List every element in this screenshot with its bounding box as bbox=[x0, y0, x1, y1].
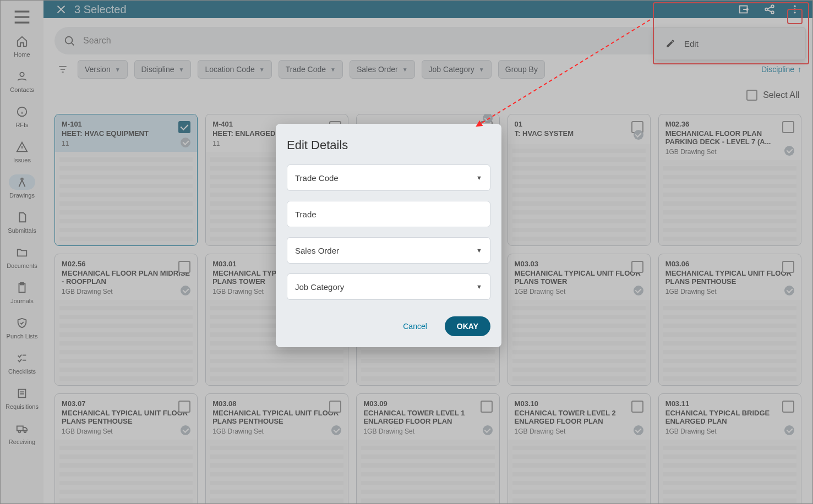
okay-button[interactable]: OKAY bbox=[445, 316, 490, 336]
chevron-down-icon: ▼ bbox=[476, 283, 482, 290]
chevron-down-icon: ▼ bbox=[476, 174, 482, 181]
edit-details-modal: Edit Details Trade Code▼ Trade Sales Ord… bbox=[276, 124, 501, 347]
trade-input[interactable]: Trade bbox=[287, 201, 490, 227]
modal-title: Edit Details bbox=[287, 138, 490, 152]
job-category-select[interactable]: Job Category▼ bbox=[287, 273, 490, 300]
sales-order-select[interactable]: Sales Order▼ bbox=[287, 237, 490, 264]
chevron-down-icon: ▼ bbox=[476, 247, 482, 254]
trade-code-select[interactable]: Trade Code▼ bbox=[287, 165, 490, 191]
cancel-button[interactable]: Cancel bbox=[396, 317, 434, 335]
